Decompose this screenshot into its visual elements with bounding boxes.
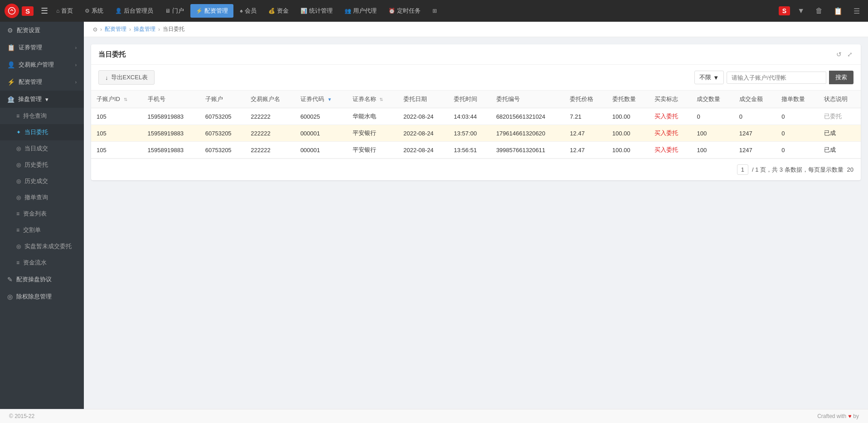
breadcrumb-sep-1: › [100,26,102,33]
panel-toolbar: ↓ 导出EXCEL表 不限 ▼ 搜索 [91,65,861,91]
logo-badge: S [22,6,34,16]
nav-item-home[interactable]: ⌂ 首页 [51,4,78,18]
filter-icon-securities-code[interactable]: ▼ [327,97,332,102]
ex-rights-icon: ◎ [7,293,13,300]
trade-list-icon: ≡ [16,227,19,233]
chevron-down-icon: ▾ [45,96,48,103]
col-status: 状态说明 [819,91,861,108]
nav-item-scheduled[interactable]: ⏰ 定时任务 [383,4,426,18]
entrust-table: 子账户ID ⇅ 手机号 子账户 交易账户名 证券代码 ▼ 证券名称 ⇅ [91,91,861,159]
history-deal-icon: ◎ [16,178,21,184]
panel-card: 当日委托 ↺ ⤢ ↓ 导出EXCEL表 不限 ▼ [91,44,861,180]
main-panel: 当日委托 ↺ ⤢ ↓ 导出EXCEL表 不限 ▼ [84,37,868,409]
chevron-right-icon: › [75,45,77,50]
member-icon: ♠ [240,8,242,14]
main-layout: ⚙ 配资设置 📋 证券管理 › 👤 交易账户管理 › ⚡ 配资管理 › 🏦 操盘… [0,22,868,409]
logo-circle [5,4,19,18]
sidebar-sub-item-cancel-query[interactable]: ◎ 撤单查询 [0,189,84,206]
sidebar-item-allocation-mgmt[interactable]: ⚡ 配资管理 › [0,73,84,91]
nav-item-admin[interactable]: 👤 后台管理员 [110,4,159,18]
sidebar-sub-item-history-deal[interactable]: ◎ 历史成交 [0,173,84,189]
breadcrumb-link-allocation[interactable]: 配资管理 [105,25,126,33]
table-row: 1051595891988360753205222222000001平安银行20… [91,125,861,142]
footer: © 2015-22 Crafted with ♥ by [0,409,868,423]
chevron-right-icon: › [75,62,77,67]
system-icon: ⚙ [85,8,90,14]
nav-item-stats[interactable]: 📊 统计管理 [295,4,338,18]
nav-item-member[interactable]: ♠ 会员 [234,4,262,18]
settings-icon: ⚙ [7,27,13,34]
breadcrumb-link-trading-mgmt[interactable]: 操盘管理 [134,25,155,33]
position-icon: ≡ [16,113,19,119]
current-page: 1 [737,164,748,175]
sidebar-sub-item-fund-flow[interactable]: ≡ 资金流水 [0,255,84,271]
table-body: 1051595891988360753205222222600025华能水电20… [91,108,861,159]
home-icon: ⌂ [56,8,59,14]
realtime-pending-icon: ◎ [16,243,21,250]
sidebar-item-securities-mgmt[interactable]: 📋 证券管理 › [0,39,84,56]
col-entrust-price: 委托价格 [564,91,606,108]
trading-mgmt-icon: 🏦 [7,96,15,103]
menu-toggle-icon[interactable]: ☰ [38,3,51,19]
heart-icon: ♥ [848,413,851,419]
settings-icon[interactable]: ☰ [850,5,863,17]
top-nav-menu: ⌂ 首页 ⚙ 系统 👤 后台管理员 🖥 门户 ⚡ 配资管理 ♠ 会员 💰 资金 … [51,4,779,18]
breadcrumb: ⊙ › 配资管理 › 操盘管理 › 当日委托 [84,22,868,37]
agreement-icon: ✎ [7,276,13,283]
breadcrumb-sep-3: › [158,26,160,33]
top-nav-right: S ▼ 🗑 📋 ☰ [779,5,863,17]
search-input[interactable] [727,72,826,84]
nav-item-user-agent[interactable]: 👥 用户代理 [339,4,382,18]
sidebar-sub-item-trade-list[interactable]: ≡ 交割单 [0,222,84,238]
nav-item-fund[interactable]: 💰 资金 [263,4,294,18]
export-label: 导出EXCEL表 [111,73,148,82]
copyright: © 2015-22 [9,413,34,419]
sidebar-sub-item-realtime-pending[interactable]: ◎ 实盘暂未成交委托 [0,238,84,255]
sidebar-group-trading-mgmt[interactable]: 🏦 操盘管理 ▾ [0,91,84,108]
nav-item-system[interactable]: ⚙ 系统 [79,4,109,18]
sidebar-sub-item-fund-list[interactable]: ≡ 资金列表 [0,206,84,222]
sidebar-item-trading-account-mgmt[interactable]: 👤 交易账户管理 › [0,56,84,73]
filter-select[interactable]: 不限 ▼ [694,71,724,84]
filter-arrow-icon: ▼ [713,74,719,81]
expand-icon[interactable]: ⤢ [846,50,853,59]
delete-icon[interactable]: 🗑 [812,5,826,17]
export-excel-button[interactable]: ↓ 导出EXCEL表 [98,70,155,85]
pagination-info: / 1 页，共 3 条数据，每页显示数量 [752,166,844,174]
nav-item-portal[interactable]: 🖥 门户 [160,4,189,18]
daily-deal-icon: ◎ [16,145,21,152]
breadcrumb-sep-2: › [129,26,131,33]
col-entrust-date: 委托日期 [398,91,448,108]
sidebar-item-allocation-agreement[interactable]: ✎ 配资操盘协议 [0,271,84,288]
nav-item-allocation[interactable]: ⚡ 配资管理 [190,4,233,18]
footer-crafted: Crafted with ♥ by [817,413,859,419]
col-securities-code: 证券代码 ▼ [295,91,347,108]
col-deal-qty: 成交数量 [691,91,733,108]
refresh-icon[interactable]: ↺ [835,50,843,59]
allocation-icon: ⚡ [196,8,203,14]
grid-icon: ⊞ [432,8,437,14]
crafted-text: Crafted with [817,413,846,419]
col-securities-name: 证券名称 ⇅ [347,91,398,108]
search-button[interactable]: 搜索 [829,71,853,84]
scheduled-icon: ⏰ [388,8,395,14]
sidebar-sub-item-daily-deal[interactable]: ◎ 当日成交 [0,140,84,157]
nav-item-grid[interactable]: ⊞ [427,5,442,17]
sidebar-sub-item-history-entrust[interactable]: ◎ 历史委托 [0,157,84,173]
sidebar-sub-item-daily-entrust[interactable]: ✦ 当日委托 [0,124,84,140]
pagination: 1 / 1 页，共 3 条数据，每页显示数量 20 [91,159,861,180]
sidebar-item-ex-rights-mgmt[interactable]: ◎ 除权除息管理 [0,288,84,305]
col-deal-amount: 成交金额 [734,91,776,108]
content-area: ⊙ › 配资管理 › 操盘管理 › 当日委托 当日委托 ↺ ⤢ [84,22,868,409]
col-buy-sell-flag: 买卖标志 [649,91,691,108]
sort-icon-sub-account-id[interactable]: ⇅ [124,97,127,102]
sort-icon-securities-name[interactable]: ⇅ [379,97,383,102]
sidebar-sub-item-position-query[interactable]: ≡ 持仓查询 [0,108,84,124]
dropdown-arrow-icon[interactable]: ▼ [794,5,808,17]
copy-icon[interactable]: 📋 [830,5,846,17]
sidebar-item-allocation-settings[interactable]: ⚙ 配资设置 [0,22,84,39]
panel-title: 当日委托 [98,50,126,59]
col-sub-account-id: 子账户ID ⇅ [91,91,142,108]
filter-area: 不限 ▼ 搜索 [694,71,853,84]
col-entrust-no: 委托编号 [491,91,565,108]
